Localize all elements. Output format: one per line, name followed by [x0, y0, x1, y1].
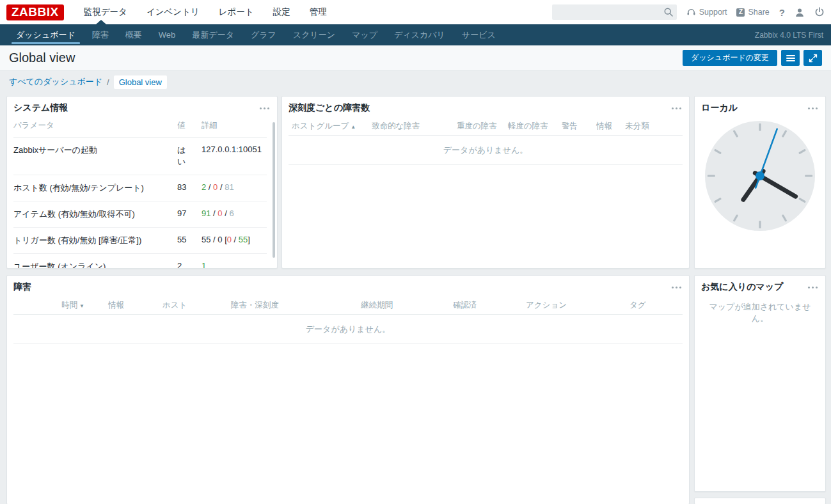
- problems-widget: 障害 時間▼情報ホスト障害・深刻度継続期間確認済アクションタグ データがありませ…: [6, 275, 690, 504]
- sub-menu-tabs: ダッシュボード障害概要Web最新データグラフスクリーンマップディスカバリサービス: [8, 24, 504, 45]
- top-right-controls: Support Z Share ?: [552, 4, 825, 20]
- problems-column-headers: 時間▼情報ホスト障害・深刻度継続期間確認済アクションタグ: [13, 297, 683, 315]
- main-menu-item-4[interactable]: 設定: [264, 0, 300, 24]
- detail-text: 81: [225, 182, 233, 192]
- detail-text: /: [223, 209, 230, 218]
- sub-menu-tab-1[interactable]: ダッシュボード: [8, 24, 84, 45]
- page-title-bar: Global view ダッシュボードの変更: [0, 45, 831, 71]
- severity-column-6[interactable]: 情報: [596, 121, 612, 132]
- support-link[interactable]: Support: [686, 8, 727, 17]
- sub-menu-tab-3[interactable]: 概要: [117, 24, 150, 45]
- widget-header: ローカル: [695, 97, 825, 117]
- problems-column-3[interactable]: ホスト: [162, 300, 187, 311]
- scrollbar-thumb[interactable]: [273, 122, 275, 258]
- severity-column-1[interactable]: ホストグループ▲: [292, 121, 356, 132]
- main-menu-item-5[interactable]: 管理: [300, 0, 336, 24]
- share-link[interactable]: Z Share: [736, 8, 769, 17]
- expand-icon: [809, 54, 818, 63]
- value-cell: 83: [177, 175, 202, 201]
- detail-text: ]: [248, 235, 250, 244]
- breadcrumb-all-dashboards[interactable]: すべてのダッシュボード: [9, 76, 102, 88]
- parameter-cell: Zabbixサーバーの起動: [13, 138, 177, 175]
- problems-column-5[interactable]: 継続期間: [361, 300, 393, 311]
- fullscreen-button[interactable]: [803, 50, 822, 66]
- widget-menu-button[interactable]: [258, 104, 271, 113]
- problems-column-7[interactable]: アクション: [526, 300, 567, 311]
- detail-text: /: [218, 182, 225, 192]
- severity-column-5[interactable]: 警告: [562, 121, 578, 132]
- widget-menu-button[interactable]: [807, 104, 819, 113]
- problems-column-4[interactable]: 障害・深刻度: [231, 300, 279, 311]
- problems-column-1[interactable]: 時間▼: [61, 300, 84, 311]
- breadcrumb-current[interactable]: Global view: [114, 75, 167, 89]
- detail-text: 55: [239, 235, 248, 244]
- widget-title: 深刻度ごとの障害数: [289, 102, 370, 114]
- logout-icon[interactable]: [814, 7, 825, 17]
- parameter-cell: トリガー数 (有効/無効 [障害/正常]): [13, 228, 177, 254]
- detail-text: 127.0.0.1:10051: [202, 145, 262, 154]
- value-cell: 2: [177, 254, 202, 269]
- no-data-message: データがありません。: [289, 136, 683, 165]
- detail-text: /: [232, 235, 239, 244]
- problems-column-8[interactable]: タグ: [629, 300, 646, 311]
- detail-text: 0: [227, 235, 232, 244]
- favourite-maps-widget: お気に入りのマップ マップが追加されていません。: [694, 275, 826, 492]
- parameter-cell: アイテム数 (有効/無効/取得不可): [13, 201, 177, 228]
- widget-header: システム情報: [7, 97, 277, 117]
- table-row: ユーザー数 (オンライン)21: [13, 254, 267, 269]
- active-menu-pointer: [96, 20, 106, 24]
- widget-header: 障害: [7, 276, 689, 296]
- detail-text: /: [210, 209, 218, 218]
- analog-clock: [703, 119, 817, 233]
- breadcrumb: すべてのダッシュボード / Global view: [0, 72, 831, 92]
- widget-title: お気に入りのマップ: [701, 281, 783, 293]
- search-input[interactable]: [552, 4, 677, 20]
- dashboard-list-button[interactable]: [781, 50, 800, 66]
- table-row: ホスト数 (有効/無効/テンプレート)832 / 0 / 81: [13, 175, 267, 201]
- sub-menu-tab-5[interactable]: 最新データ: [184, 24, 242, 45]
- column-header: 詳細: [202, 117, 267, 138]
- sort-asc-icon: ▲: [351, 124, 356, 130]
- severity-column-4[interactable]: 軽度の障害: [508, 121, 548, 132]
- widget-menu-button[interactable]: [670, 104, 683, 113]
- main-menu-item-3[interactable]: レポート: [209, 0, 264, 24]
- sub-menu-tab-4[interactable]: Web: [150, 24, 184, 45]
- widget-menu-button[interactable]: [807, 283, 819, 292]
- parameter-cell: ユーザー数 (オンライン): [13, 254, 177, 269]
- sub-menu-tab-10[interactable]: サービス: [454, 24, 504, 45]
- edit-dashboard-button[interactable]: ダッシュボードの変更: [683, 50, 777, 66]
- value-cell: はい: [177, 138, 202, 175]
- problems-column-2[interactable]: 情報: [108, 300, 124, 311]
- no-data-message: データがありません。: [13, 315, 683, 344]
- widget-menu-button[interactable]: [670, 283, 683, 292]
- no-maps-message: マップが追加されていません。: [701, 296, 819, 333]
- sub-menu-tab-9[interactable]: ディスカバリ: [386, 24, 454, 45]
- monitoring-sub-menu: ダッシュボード障害概要Web最新データグラフスクリーンマップディスカバリサービス…: [0, 24, 831, 45]
- zabbix-dashboard-screen: ZABBIX 監視データインベントリレポート設定管理 Support Z: [0, 0, 831, 504]
- severity-column-3[interactable]: 重度の障害: [457, 121, 497, 132]
- sub-menu-tab-8[interactable]: マップ: [344, 24, 386, 45]
- main-menu-item-2[interactable]: インベントリ: [137, 0, 209, 24]
- top-bar: ZABBIX 監視データインベントリレポート設定管理 Support Z: [0, 0, 831, 24]
- search-box: [552, 4, 677, 20]
- sub-menu-tab-6[interactable]: グラフ: [242, 24, 285, 45]
- sub-menu-tab-2[interactable]: 障害: [84, 24, 117, 45]
- parameter-cell: ホスト数 (有効/無効/テンプレート): [13, 175, 177, 201]
- sub-menu-tab-7[interactable]: スクリーン: [285, 24, 344, 45]
- search-icon[interactable]: [663, 7, 674, 17]
- zabbix-logo[interactable]: ZABBIX: [6, 4, 64, 20]
- main-menu: 監視データインベントリレポート設定管理: [74, 0, 336, 24]
- share-label: Share: [748, 8, 769, 17]
- table-row: アイテム数 (有効/無効/取得不可)9791 / 0 / 6: [13, 201, 267, 228]
- profile-icon[interactable]: [795, 8, 805, 17]
- detail-cell: 1: [202, 254, 267, 269]
- help-link[interactable]: ?: [779, 7, 785, 18]
- severity-column-7[interactable]: 未分類: [625, 121, 649, 132]
- value-cell: 97: [177, 201, 202, 228]
- detail-text: 0: [218, 209, 222, 218]
- system-info-widget: システム情報 パラメータ値詳細 Zabbixサーバーの起動はい127.0.0.1…: [6, 96, 278, 269]
- sort-desc-icon: ▼: [79, 303, 84, 309]
- severity-column-2[interactable]: 致命的な障害: [372, 121, 420, 132]
- problems-column-6[interactable]: 確認済: [453, 300, 477, 311]
- breadcrumb-separator: /: [107, 77, 109, 87]
